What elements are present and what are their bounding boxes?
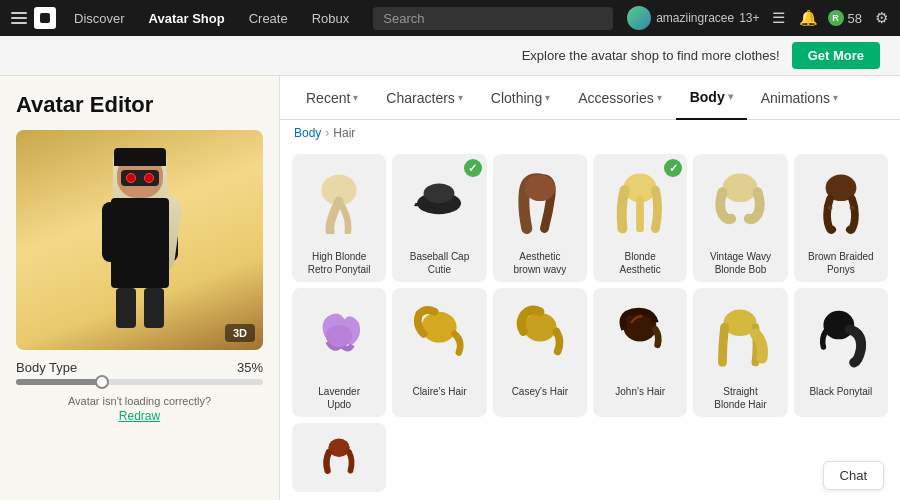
body-type-value: 35% xyxy=(237,360,263,375)
promo-text: Explore the avatar shop to find more clo… xyxy=(522,48,780,63)
chat-icon[interactable]: ☰ xyxy=(768,7,790,29)
list-item[interactable]: StraightBlonde Hair xyxy=(693,288,787,416)
item-thumbnail xyxy=(493,154,587,248)
left-panel: Avatar Editor xyxy=(0,76,280,500)
list-item[interactable]: Aestheticbrown wavy xyxy=(493,154,587,282)
list-item[interactable] xyxy=(292,423,386,492)
avatar-figure xyxy=(85,140,195,340)
tab-navigation: Recent ▾ Characters ▾ Clothing ▾ Accesso… xyxy=(280,76,900,120)
list-item[interactable]: Claire's Hair xyxy=(392,288,486,416)
item-thumbnail xyxy=(392,288,486,382)
breadcrumb-parent[interactable]: Body xyxy=(294,126,321,140)
tab-characters[interactable]: Characters ▾ xyxy=(372,76,476,120)
settings-icon[interactable]: ⚙ xyxy=(870,7,892,29)
item-label: BlondeAesthetic xyxy=(616,248,665,278)
body-type-slider[interactable] xyxy=(16,379,263,385)
item-thumbnail xyxy=(794,288,888,382)
list-item[interactable]: Vintage WavyBlonde Bob xyxy=(693,154,787,282)
roblox-logo xyxy=(34,7,56,29)
menu-icon[interactable] xyxy=(8,7,30,29)
avatar-preview: 3D xyxy=(16,130,263,350)
search-input[interactable] xyxy=(373,7,613,30)
characters-chevron-icon: ▾ xyxy=(458,92,463,103)
hair-items-grid: High BlondeRetro Ponytail ✓ Baseball Cap… xyxy=(280,146,900,500)
tab-body[interactable]: Body ▾ xyxy=(676,76,747,120)
promo-banner: Explore the avatar shop to find more clo… xyxy=(0,36,900,76)
accessories-chevron-icon: ▾ xyxy=(657,92,662,103)
main-layout: Avatar Editor xyxy=(0,76,900,500)
body-type-row: Body Type 35% xyxy=(16,360,263,375)
list-item[interactable]: John's Hair xyxy=(593,288,687,416)
get-more-button[interactable]: Get More xyxy=(792,42,880,69)
item-thumbnail xyxy=(593,288,687,382)
svg-rect-0 xyxy=(40,13,50,23)
item-thumbnail xyxy=(292,423,386,484)
tab-recent[interactable]: Recent ▾ xyxy=(292,76,372,120)
item-thumbnail xyxy=(292,288,386,382)
svg-point-6 xyxy=(723,174,758,203)
item-label: Brown BraidedPonys xyxy=(804,248,878,278)
svg-rect-3 xyxy=(424,184,455,204)
age-label: 13+ xyxy=(739,11,759,25)
item-label: Aestheticbrown wavy xyxy=(509,248,570,278)
item-thumbnail: ✓ xyxy=(593,154,687,248)
item-thumbnail xyxy=(794,154,888,248)
item-thumbnail xyxy=(693,154,787,248)
notifications-icon[interactable]: 🔔 xyxy=(798,7,820,29)
item-label: High BlondeRetro Ponytail xyxy=(304,248,375,278)
list-item[interactable]: Black Ponytail xyxy=(794,288,888,416)
item-thumbnail xyxy=(693,288,787,382)
svg-point-10 xyxy=(326,325,352,347)
list-item[interactable]: High BlondeRetro Ponytail xyxy=(292,154,386,282)
breadcrumb: Body › Hair xyxy=(280,120,900,146)
list-item[interactable]: Brown BraidedPonys xyxy=(794,154,888,282)
item-thumbnail xyxy=(292,154,386,248)
username-label: amaziingracee xyxy=(656,11,734,25)
svg-point-11 xyxy=(422,311,457,342)
clothing-chevron-icon: ▾ xyxy=(545,92,550,103)
list-item[interactable]: ✓ Baseball CapCutie xyxy=(392,154,486,282)
nav-discover[interactable]: Discover xyxy=(64,0,135,36)
tab-clothing[interactable]: Clothing ▾ xyxy=(477,76,564,120)
nav-avatar-shop[interactable]: Avatar Shop xyxy=(139,0,235,36)
robux-count: 58 xyxy=(848,11,862,26)
item-label: Black Ponytail xyxy=(805,383,876,400)
nav-robux[interactable]: Robux xyxy=(302,0,360,36)
item-label: John's Hair xyxy=(611,383,669,400)
item-label: Casey's Hair xyxy=(508,383,572,400)
warning-text: Avatar isn't loading correctly? xyxy=(16,395,263,407)
avatar-thumbnail xyxy=(627,6,651,30)
item-thumbnail xyxy=(493,288,587,382)
item-label: LavenderUpdo xyxy=(314,383,364,413)
item-label: Vintage WavyBlonde Bob xyxy=(706,248,775,278)
breadcrumb-separator: › xyxy=(325,126,329,140)
nav-create[interactable]: Create xyxy=(239,0,298,36)
tab-animations[interactable]: Animations ▾ xyxy=(747,76,852,120)
right-panel: Recent ▾ Characters ▾ Clothing ▾ Accesso… xyxy=(280,76,900,500)
body-type-label: Body Type xyxy=(16,360,77,375)
item-label xyxy=(335,484,343,488)
selected-check-icon: ✓ xyxy=(664,159,682,177)
breadcrumb-child: Hair xyxy=(333,126,355,140)
item-label: Baseball CapCutie xyxy=(406,248,473,278)
user-badge[interactable]: amaziingracee 13+ xyxy=(627,6,759,30)
3d-view-badge[interactable]: 3D xyxy=(225,324,255,342)
tab-accessories[interactable]: Accessories ▾ xyxy=(564,76,675,120)
body-chevron-icon: ▾ xyxy=(728,91,733,102)
search-bar[interactable] xyxy=(373,7,613,30)
item-label: StraightBlonde Hair xyxy=(710,383,770,413)
editor-title: Avatar Editor xyxy=(16,92,263,118)
redraw-button[interactable]: Redraw xyxy=(16,409,263,423)
item-label: Claire's Hair xyxy=(408,383,470,400)
list-item[interactable]: LavenderUpdo xyxy=(292,288,386,416)
chat-button[interactable]: Chat xyxy=(823,461,884,490)
robux-balance[interactable]: R 58 xyxy=(828,10,862,26)
recent-chevron-icon: ▾ xyxy=(353,92,358,103)
svg-point-4 xyxy=(524,175,555,201)
list-item[interactable]: Casey's Hair xyxy=(493,288,587,416)
svg-point-12 xyxy=(523,312,556,341)
item-thumbnail: ✓ xyxy=(392,154,486,248)
robux-coin-icon: R xyxy=(828,10,844,26)
nav-right-section: amaziingracee 13+ ☰ 🔔 R 58 ⚙ xyxy=(627,6,892,30)
list-item[interactable]: ✓ BlondeAesthetic xyxy=(593,154,687,282)
